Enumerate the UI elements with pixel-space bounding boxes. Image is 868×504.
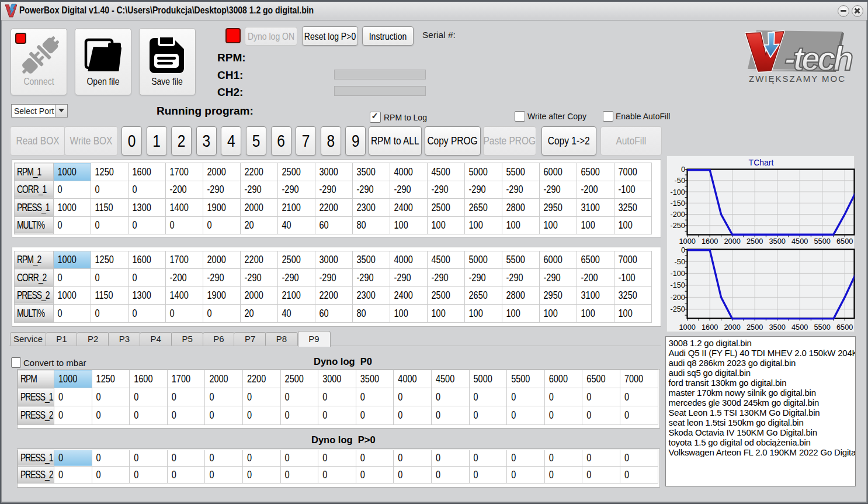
svg-text:5500: 5500 — [814, 236, 830, 245]
svg-text:-150: -150 — [670, 281, 685, 289]
svg-text:-150: -150 — [670, 198, 685, 207]
svg-text:-250: -250 — [670, 221, 685, 230]
svg-text:1600: 1600 — [702, 322, 718, 331]
svg-text:-50: -50 — [675, 257, 686, 265]
svg-text:2500: 2500 — [747, 236, 763, 245]
svg-text:-200: -200 — [670, 292, 685, 301]
svg-text:1000: 1000 — [679, 322, 695, 331]
svg-text:0: 0 — [681, 165, 685, 174]
svg-text:5500: 5500 — [814, 322, 830, 331]
svg-text:2500: 2500 — [747, 322, 763, 331]
svg-text:1000: 1000 — [679, 236, 695, 245]
svg-text:-tech: -tech — [784, 40, 852, 77]
svg-text:-250: -250 — [670, 305, 685, 313]
svg-text:-50: -50 — [675, 176, 686, 185]
svg-text:-200: -200 — [670, 210, 685, 219]
svg-text:4500: 4500 — [791, 322, 808, 331]
svg-text:1600: 1600 — [702, 236, 718, 245]
svg-text:3500: 3500 — [769, 236, 785, 245]
svg-text:3500: 3500 — [769, 322, 785, 331]
svg-text:TChart: TChart — [749, 158, 774, 167]
svg-text:6500: 6500 — [836, 322, 853, 331]
svg-text:ZWIĘKSZAMY MOC: ZWIĘKSZAMY MOC — [749, 74, 846, 84]
svg-text:-100: -100 — [670, 187, 685, 196]
svg-text:2000: 2000 — [724, 236, 740, 245]
svg-text:-100: -100 — [670, 268, 685, 277]
svg-text:4500: 4500 — [791, 236, 808, 245]
svg-text:6500: 6500 — [836, 236, 853, 245]
svg-text:0: 0 — [681, 246, 685, 254]
svg-text:2000: 2000 — [724, 322, 740, 331]
